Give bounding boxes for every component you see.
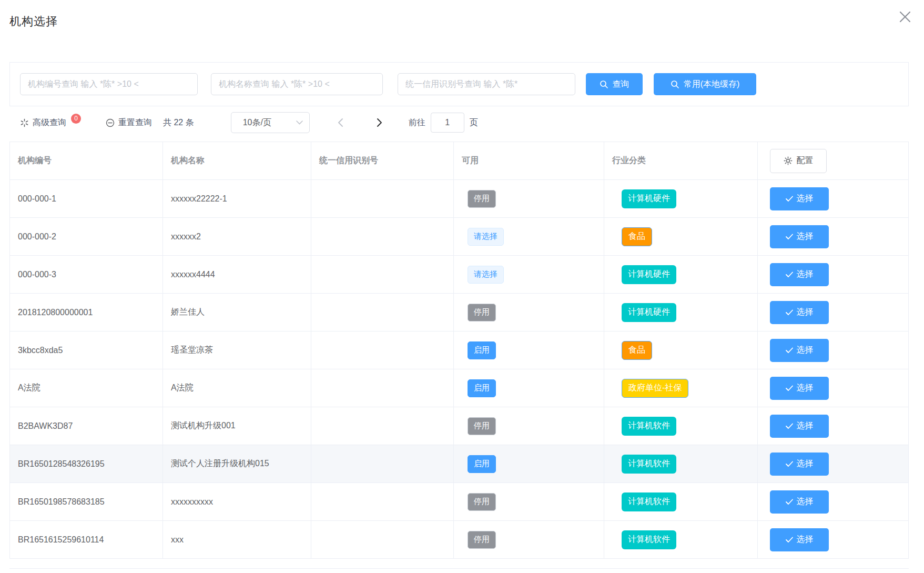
- org-name-input[interactable]: [211, 73, 383, 95]
- next-page-button[interactable]: [372, 115, 388, 130]
- table-row: 000-000-1 xxxxxx22222-1 停用 计算机硬件 选择: [10, 180, 908, 218]
- check-icon: [786, 499, 793, 505]
- check-icon: [786, 385, 793, 391]
- industry-tag: 食品: [622, 341, 652, 360]
- cell-credit-code: [311, 256, 454, 293]
- close-icon: [897, 9, 913, 25]
- cell-org-name: 娇兰佳人: [163, 294, 311, 331]
- status-tag[interactable]: 停用: [468, 493, 496, 511]
- cell-org-code: BR1650198578683185: [10, 483, 163, 520]
- select-button-label: 选择: [797, 345, 814, 356]
- status-tag[interactable]: 停用: [468, 531, 496, 549]
- cell-org-name: xxxxxx4444: [163, 256, 311, 293]
- cell-org-name: xxxxxx22222-1: [163, 180, 311, 217]
- status-tag[interactable]: 启用: [468, 341, 496, 359]
- cell-org-name: 测试个人注册升级机构015: [163, 445, 311, 482]
- industry-tag: 计算机软件: [622, 417, 676, 436]
- cell-org-code: 3kbcc8xda5: [10, 331, 163, 369]
- close-button[interactable]: [896, 7, 915, 26]
- table-row: B2BAWK3D87 测试机构升级001 停用 计算机软件 选择: [10, 407, 908, 445]
- select-button[interactable]: 选择: [770, 377, 829, 400]
- cell-org-name: 测试机构升级001: [163, 407, 311, 445]
- check-icon: [786, 272, 793, 278]
- prev-page-button[interactable]: [333, 115, 349, 130]
- reset-query-button[interactable]: 重置查询: [106, 117, 152, 128]
- config-button[interactable]: 配置: [770, 149, 827, 173]
- table-row: 2018120800000001 娇兰佳人 停用 计算机硬件 选择: [10, 294, 908, 331]
- query-button[interactable]: 查询: [586, 73, 643, 95]
- chevron-down-icon: [296, 120, 303, 125]
- table-row: BR1651615259610114 xxx 停用 计算机软件 选择: [10, 521, 908, 559]
- select-button-label: 选择: [797, 307, 814, 318]
- org-code-input[interactable]: [20, 73, 198, 95]
- status-tag[interactable]: 停用: [468, 304, 496, 321]
- industry-tag: 计算机软件: [622, 492, 676, 511]
- select-button[interactable]: 选择: [770, 415, 829, 438]
- status-tag[interactable]: 启用: [468, 379, 496, 397]
- cell-org-name: xxx: [163, 521, 311, 558]
- page-title: 机构选择: [9, 0, 909, 29]
- cell-org-code: 000-000-1: [10, 180, 163, 217]
- table-header-row: 机构编号 机构名称 统一信用识别号 可用 行业分类: [10, 142, 908, 180]
- cell-credit-code: [311, 180, 454, 217]
- table-row: BR1650198578683185 xxxxxxxxxx 停用 计算机软件 选…: [10, 483, 908, 521]
- select-button[interactable]: 选择: [770, 490, 829, 514]
- table-row: A法院 A法院 启用 政府单位-社保 选择: [10, 369, 908, 407]
- page-size-value: 10条/页: [243, 117, 271, 128]
- select-button[interactable]: 选择: [770, 301, 829, 324]
- favorites-button[interactable]: 常用(本地缓存): [654, 73, 756, 95]
- status-tag[interactable]: 停用: [468, 417, 496, 435]
- column-header-credit-code: 统一信用识别号: [311, 142, 454, 179]
- cell-credit-code: [311, 445, 454, 482]
- select-button-label: 选择: [797, 383, 814, 394]
- status-tag[interactable]: 请选择: [468, 228, 504, 246]
- query-button-label: 查询: [613, 79, 629, 90]
- cell-credit-code: [311, 294, 454, 331]
- search-icon: [671, 80, 679, 89]
- search-icon: [600, 80, 608, 89]
- credit-code-input[interactable]: [398, 73, 575, 95]
- advanced-query-button[interactable]: 高级查询 0: [20, 117, 81, 128]
- chevron-right-icon: [377, 118, 382, 127]
- cell-org-name: 瑶圣堂凉茶: [163, 331, 311, 369]
- reset-query-label: 重置查询: [118, 117, 152, 128]
- column-header-available: 可用: [454, 142, 604, 179]
- select-button[interactable]: 选择: [770, 187, 829, 210]
- select-button-label: 选择: [797, 269, 814, 280]
- status-tag[interactable]: 停用: [468, 190, 496, 208]
- status-tag[interactable]: 启用: [468, 455, 496, 473]
- minus-circle-icon: [106, 118, 115, 127]
- chevron-left-icon: [338, 118, 343, 127]
- cell-org-code: BR1650128548326195: [10, 445, 163, 482]
- advanced-query-icon: [20, 118, 29, 127]
- select-button[interactable]: 选择: [770, 453, 829, 476]
- cell-org-code: B2BAWK3D87: [10, 407, 163, 445]
- select-button-label: 选择: [797, 496, 814, 507]
- cell-org-name: xxxxxxxxxx: [163, 483, 311, 520]
- favorites-button-label: 常用(本地缓存): [684, 79, 740, 90]
- select-button[interactable]: 选择: [770, 225, 829, 248]
- toolbar: 高级查询 0 重置查询 共 22 条 10条/页: [9, 112, 909, 134]
- goto-unit: 页: [470, 117, 478, 128]
- industry-tag: 政府单位-社保: [622, 379, 688, 398]
- check-icon: [786, 537, 793, 543]
- goto-page-input[interactable]: [431, 113, 464, 133]
- select-button[interactable]: 选择: [770, 339, 829, 362]
- cell-credit-code: [311, 369, 454, 407]
- select-button-label: 选择: [797, 534, 814, 545]
- cell-credit-code: [311, 218, 454, 255]
- column-header-org-name: 机构名称: [163, 142, 311, 179]
- table-row: 000-000-3 xxxxxx4444 请选择 计算机硬件 选择: [10, 256, 908, 294]
- industry-tag: 计算机软件: [622, 455, 676, 474]
- cell-credit-code: [311, 407, 454, 445]
- select-button-label: 选择: [797, 420, 814, 431]
- config-button-label: 配置: [797, 155, 814, 166]
- table-row: 3kbcc8xda5 瑶圣堂凉茶 启用 食品 选择: [10, 331, 908, 369]
- advanced-query-label: 高级查询: [33, 117, 66, 128]
- select-button[interactable]: 选择: [770, 263, 829, 286]
- select-button[interactable]: 选择: [770, 528, 829, 551]
- cell-org-code: BR1651615259610114: [10, 521, 163, 558]
- status-tag[interactable]: 请选择: [468, 266, 504, 284]
- page-size-select[interactable]: 10条/页: [231, 112, 310, 133]
- table-row: 000-000-2 xxxxxx2 请选择 食品 选择: [10, 218, 908, 256]
